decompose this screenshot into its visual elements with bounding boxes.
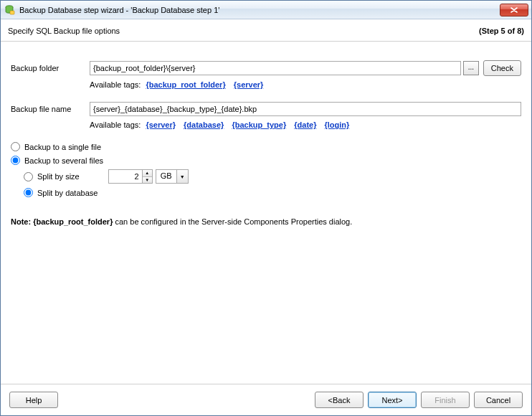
footer: Help <Back Next> Finish Cancel [1,384,531,415]
backup-folder-label: Backup folder [11,64,90,72]
tag-fn-database[interactable]: {database} [184,120,224,129]
back-button[interactable]: <Back [315,392,364,408]
radio-single-file-input[interactable] [11,142,20,151]
radio-single-file[interactable]: Backup to a single file [11,142,521,151]
browse-folder-button[interactable]: ... [463,61,479,75]
folder-tags-row: Available tags: {backup_root_folder} {se… [90,79,521,89]
radio-several-files-label: Backup to several files [24,156,103,165]
note-line: Note: {backup_root_folder} can be config… [11,217,521,226]
finish-button: Finish [421,392,470,408]
app-icon [4,4,15,16]
folder-tags-label: Available tags: [90,80,141,89]
note-bold: {backup_root_folder} [33,217,113,226]
help-button[interactable]: Help [9,392,58,408]
page-subtitle: Specify SQL Backup file options [8,27,120,35]
step-indicator: (Step 5 of 8) [479,27,524,35]
backup-folder-input[interactable] [90,61,461,75]
radio-split-database-label: Split by database [37,189,98,197]
radio-split-database-input[interactable] [24,188,33,197]
tag-server[interactable]: {server} [234,80,264,89]
wizard-window: Backup Database step wizard - 'Backup Da… [0,0,532,416]
filename-tags-label: Available tags: [90,120,141,129]
radio-split-size-input[interactable] [24,172,33,181]
tag-fn-backup-type[interactable]: {backup_type} [232,120,286,129]
radio-split-size-row: Split by size ▲ ▼ GB ▼ [24,169,521,184]
svg-rect-1 [10,11,14,14]
header-strip: Specify SQL Backup file options (Step 5 … [1,19,531,42]
titlebar: Backup Database step wizard - 'Backup Da… [1,1,531,19]
split-size-spinner: ▲ ▼ [108,169,153,184]
spinner-up-icon[interactable]: ▲ [143,170,152,177]
note-prefix: Note: [11,217,33,226]
spinner-down-icon[interactable]: ▼ [143,177,152,184]
next-button[interactable]: Next> [368,392,417,408]
split-size-value[interactable] [108,169,143,184]
backup-mode-group: Backup to a single file Backup to severa… [11,142,521,197]
cancel-button[interactable]: Cancel [474,392,523,408]
split-size-unit-select[interactable]: GB ▼ [156,169,189,184]
backup-filename-label: Backup file name [11,105,90,113]
radio-several-files-input[interactable] [11,156,20,165]
split-size-unit-value: GB [156,169,177,184]
close-button[interactable] [500,4,528,16]
radio-single-file-label: Backup to a single file [24,143,101,151]
note-suffix: can be configured in the Server-side Com… [113,217,352,226]
window-title: Backup Database step wizard - 'Backup Da… [19,6,500,14]
tag-fn-server[interactable]: {server} [146,120,176,129]
radio-split-size-label: Split by size [37,172,80,181]
check-button[interactable]: Check [483,60,521,76]
radio-several-files[interactable]: Backup to several files [11,156,521,165]
chevron-down-icon[interactable]: ▼ [177,169,189,184]
tag-backup-root-folder[interactable]: {backup_root_folder} [146,80,225,89]
filename-tags-row: Available tags: {server} {database} {bac… [90,119,521,129]
tag-fn-date[interactable]: {date} [294,120,316,129]
radio-split-database[interactable]: Split by database [24,188,521,197]
tag-fn-login[interactable]: {login} [325,120,350,129]
backup-filename-input[interactable] [90,102,521,116]
content-area: Backup folder ... Check Available tags: … [1,42,531,384]
